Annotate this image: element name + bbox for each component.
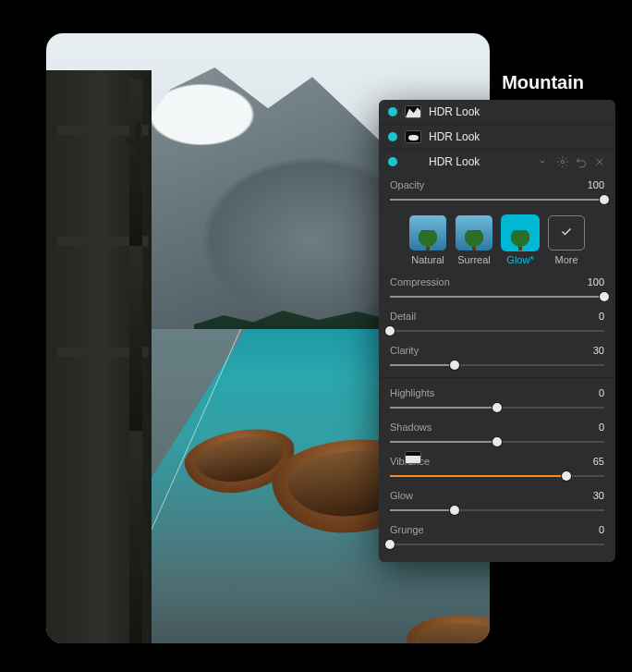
preset-thumbnail — [409, 215, 446, 250]
slider-value: 30 — [593, 345, 604, 356]
dock-post — [129, 431, 142, 643]
slider-track[interactable] — [390, 470, 604, 483]
slider-value: 0 — [599, 524, 604, 535]
slider-track[interactable] — [390, 435, 604, 448]
slider-opacity: Opacity100 — [379, 174, 615, 208]
layer-name: HDR Look — [429, 155, 529, 168]
slider-thumb[interactable] — [385, 540, 395, 549]
slider-thumb[interactable] — [450, 506, 459, 515]
slider-shadows: Shadows0 — [379, 416, 615, 450]
presets-row: NaturalSurrealGlow*More — [379, 208, 615, 271]
slider-label: Clarity — [390, 345, 419, 356]
preset-label: Surreal — [457, 254, 490, 265]
layer-name: HDR Look — [429, 130, 549, 143]
mask-thumbnail[interactable] — [405, 130, 421, 143]
slider-label: Compression — [390, 276, 450, 287]
slider-value: 100 — [588, 276, 604, 287]
slider-label: Opacity — [390, 179, 424, 190]
slider-value: 30 — [593, 490, 604, 501]
annotation-mountain: Mountain — [502, 72, 584, 93]
slider-track[interactable] — [390, 193, 604, 206]
more-icon — [548, 215, 585, 250]
svg-point-2 — [561, 160, 565, 164]
slider-label: Detail — [390, 311, 416, 322]
slider-value: 65 — [593, 456, 604, 467]
slider-label: Grunge — [390, 524, 424, 535]
slider-track[interactable] — [390, 290, 604, 303]
mask-thumbnail[interactable] — [405, 451, 421, 464]
preset-label: Natural — [411, 254, 444, 265]
slider-highlights: Highlights0 — [379, 382, 615, 416]
slider-grunge: Grunge0 — [379, 519, 615, 553]
preset-label: Glow* — [506, 254, 533, 265]
adjustments-panel: HDR LookHDR LookHDR Look Opacity100 Natu… — [379, 100, 615, 562]
slider-thumb[interactable] — [385, 326, 395, 336]
slider-label: Highlights — [390, 387, 434, 398]
slider-value: 0 — [599, 422, 604, 433]
slider-track[interactable] — [390, 401, 604, 414]
preset-thumbnail — [502, 215, 539, 250]
slider-thumb[interactable] — [600, 195, 609, 204]
gear-icon[interactable] — [556, 155, 569, 168]
preset-more[interactable]: More — [548, 215, 585, 265]
slider-thumb[interactable] — [562, 471, 571, 481]
preset-thumbnail — [456, 215, 492, 250]
slider-track[interactable] — [390, 538, 604, 551]
slider-track[interactable] — [390, 504, 604, 517]
slider-label: Shadows — [390, 422, 431, 433]
layer-row[interactable]: HDR Look — [379, 100, 615, 125]
dock-post — [129, 246, 142, 431]
slider-label: Glow — [390, 490, 413, 501]
slider-thumb[interactable] — [492, 437, 502, 446]
slider-clarity: Clarity30 — [379, 339, 615, 373]
slider-value: 100 — [588, 179, 604, 190]
slider-glow: Glow30 — [379, 484, 615, 519]
layers-list: HDR LookHDR LookHDR Look — [379, 100, 615, 174]
chevron-down-icon[interactable] — [536, 155, 549, 168]
mask-thumbnail[interactable] — [405, 105, 421, 118]
divider — [379, 377, 615, 378]
slider-compression: Compression100 — [379, 271, 615, 305]
preset-natural[interactable]: Natural — [409, 215, 446, 265]
cross-sign — [126, 122, 150, 181]
slider-track[interactable] — [390, 324, 604, 337]
layer-name: HDR Look — [429, 105, 549, 118]
slider-value: 0 — [599, 311, 604, 322]
slider-thumb[interactable] — [492, 403, 502, 412]
preset-glow[interactable]: Glow* — [502, 215, 539, 265]
visibility-toggle[interactable] — [388, 107, 397, 116]
stage: Mountain ↙ Boats ↙ Water ↙ HDR LookHDR L… — [0, 0, 632, 672]
slider-detail: Detail0 — [379, 305, 615, 339]
slider-track[interactable] — [390, 359, 604, 372]
preset-surreal[interactable]: Surreal — [456, 215, 492, 265]
layer-row[interactable]: HDR Look — [379, 125, 615, 150]
reset-icon[interactable] — [575, 155, 588, 168]
close-icon[interactable] — [593, 155, 606, 168]
slider-value: 0 — [599, 387, 604, 398]
slider-thumb[interactable] — [600, 292, 609, 301]
visibility-toggle[interactable] — [388, 157, 397, 166]
preset-label: More — [554, 254, 577, 265]
slider-thumb[interactable] — [450, 360, 459, 370]
layer-row[interactable]: HDR Look — [379, 150, 615, 174]
visibility-toggle[interactable] — [388, 132, 397, 141]
